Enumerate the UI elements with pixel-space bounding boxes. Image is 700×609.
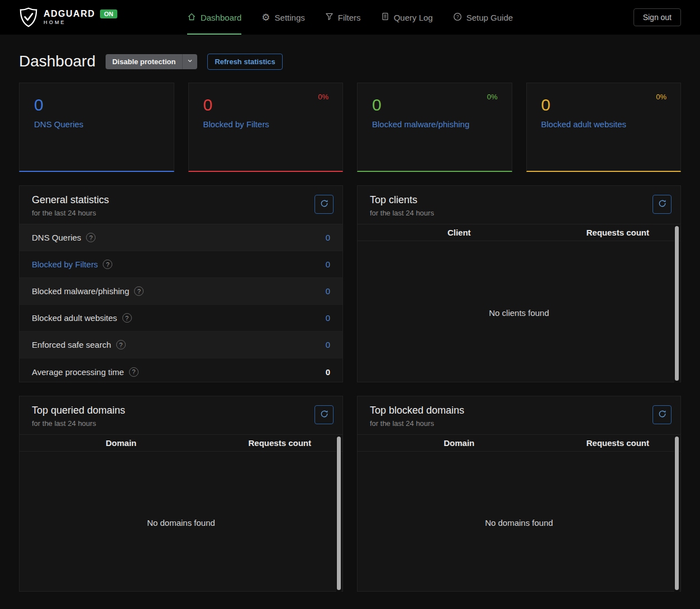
vertical-scrollbar <box>674 226 679 383</box>
table-header-row: Domain Requests count <box>20 435 342 452</box>
row-value-link[interactable]: 0 <box>326 313 330 323</box>
navbar: ADGUARD ON HOME Dashboard ⚙ Settings Fil… <box>0 0 700 35</box>
stat-card-blocked-adult: 0 Blocked adult websites 0% <box>526 83 682 172</box>
stat-cards-row: 0 DNS Queries 0 Blocked by Filters 0% 0 … <box>19 83 681 172</box>
disable-protection-button[interactable]: Disable protection <box>106 54 182 69</box>
stat-label-link[interactable]: DNS Queries <box>34 119 159 129</box>
empty-state-text: No clients found <box>489 308 549 318</box>
row-label: Enforced safe search <box>32 340 111 349</box>
refresh-icon <box>658 199 666 209</box>
empty-state-text: No domains found <box>485 518 553 528</box>
column-header-client[interactable]: Client <box>358 228 561 237</box>
empty-state: No domains found <box>358 452 680 593</box>
general-statistics-card: General statistics for the last 24 hours… <box>19 185 343 382</box>
scrollbar-thumb[interactable] <box>675 226 679 381</box>
main-nav: Dashboard ⚙ Settings Filters Query Log ?… <box>187 0 513 35</box>
top-clients-card: Top clients for the last 24 hours Client… <box>357 185 681 382</box>
stat-value: 0 <box>372 95 497 114</box>
main-content: Dashboard Disable protection Refresh sta… <box>0 35 700 592</box>
column-header-domain[interactable]: Domain <box>358 438 561 448</box>
column-header-domain[interactable]: Domain <box>20 438 223 448</box>
card-title: Top queried domains <box>32 405 332 416</box>
brand-name: ADGUARD <box>44 9 95 19</box>
empty-state-text: No domains found <box>147 518 215 528</box>
column-header-requests-count[interactable]: Requests count <box>561 438 675 448</box>
stat-row-blocked-by-filters: Blocked by Filters 0 <box>20 251 342 278</box>
row-value: 0 <box>326 367 330 377</box>
question-icon[interactable] <box>103 260 112 269</box>
chevron-down-icon <box>187 57 193 66</box>
help-circle-icon: ? <box>453 12 462 23</box>
refresh-card-button[interactable] <box>653 195 672 214</box>
row-value-link[interactable]: 0 <box>326 286 330 296</box>
row-label: Average processing time <box>32 367 124 377</box>
svg-text:?: ? <box>456 14 459 20</box>
card-title: Top clients <box>370 194 670 206</box>
stat-percent: 0% <box>318 93 328 101</box>
refresh-icon <box>320 410 328 420</box>
nav-item-setup-guide[interactable]: ? Setup Guide <box>453 0 513 35</box>
question-icon[interactable] <box>86 233 96 242</box>
cards-grid: General statistics for the last 24 hours… <box>19 185 681 592</box>
adguard-shield-icon <box>19 7 38 28</box>
row-label-link[interactable]: Blocked by Filters <box>32 260 98 269</box>
refresh-icon <box>658 410 666 420</box>
question-icon[interactable] <box>122 313 132 323</box>
question-icon[interactable] <box>116 340 126 349</box>
refresh-card-button[interactable] <box>315 195 334 214</box>
card-subtitle: for the last 24 hours <box>32 209 332 217</box>
sign-out-button[interactable]: Sign out <box>634 8 681 26</box>
empty-state: No domains found <box>20 452 342 593</box>
nav-item-query-log[interactable]: Query Log <box>381 0 433 35</box>
stat-row-blocked-adult: Blocked adult websites 0 <box>20 305 342 332</box>
nav-item-settings[interactable]: ⚙ Settings <box>261 0 304 35</box>
refresh-card-button[interactable] <box>653 405 672 424</box>
row-label: Blocked malware/phishing <box>32 286 129 296</box>
stat-label-link[interactable]: Blocked malware/phishing <box>372 119 497 129</box>
stat-value: 0 <box>541 95 666 114</box>
top-queried-domains-card: Top queried domains for the last 24 hour… <box>19 396 343 592</box>
refresh-card-button[interactable] <box>315 405 334 424</box>
row-value-link[interactable]: 0 <box>326 260 330 269</box>
disable-protection-dropdown-button[interactable] <box>182 54 197 69</box>
stat-row-dns-queries: DNS Queries 0 <box>20 224 342 251</box>
scrollbar-thumb[interactable] <box>675 437 679 590</box>
card-header: Top blocked domains for the last 24 hour… <box>358 396 680 434</box>
row-value-link[interactable]: 0 <box>326 233 330 242</box>
general-statistics-rows: DNS Queries 0 Blocked by Filters 0 Block… <box>20 224 342 385</box>
stat-card-blocked-malware: 0 Blocked malware/phishing 0% <box>357 83 512 172</box>
nav-item-label: Setup Guide <box>466 13 513 22</box>
blocked-domains-table: Domain Requests count No domains found <box>358 434 680 593</box>
stat-label-link[interactable]: Blocked adult websites <box>541 119 666 129</box>
card-subtitle: for the last 24 hours <box>32 419 332 428</box>
refresh-icon <box>320 199 328 209</box>
stat-card-blocked-by-filters: 0 Blocked by Filters 0% <box>188 83 344 172</box>
vertical-scrollbar <box>336 436 341 592</box>
column-header-requests-count[interactable]: Requests count <box>223 438 337 448</box>
scrollbar-thumb[interactable] <box>337 437 341 590</box>
nav-item-label: Filters <box>338 13 361 22</box>
nav-item-label: Query Log <box>394 13 433 22</box>
stat-card-dns-queries: 0 DNS Queries <box>19 83 174 172</box>
question-icon[interactable] <box>129 367 139 377</box>
card-header: General statistics for the last 24 hours <box>20 186 342 224</box>
stat-label-link[interactable]: Blocked by Filters <box>203 119 328 129</box>
column-header-requests-count[interactable]: Requests count <box>561 228 675 237</box>
brand-logo[interactable]: ADGUARD ON HOME <box>19 7 117 28</box>
table-header-row: Domain Requests count <box>358 435 680 452</box>
top-blocked-domains-card: Top blocked domains for the last 24 hour… <box>357 396 681 592</box>
question-icon[interactable] <box>134 286 144 296</box>
nav-item-filters[interactable]: Filters <box>325 0 361 35</box>
nav-item-dashboard[interactable]: Dashboard <box>187 0 241 35</box>
stat-value: 0 <box>203 95 328 114</box>
stat-percent: 0% <box>656 93 666 101</box>
home-icon <box>187 12 196 23</box>
stat-row-safe-search: Enforced safe search 0 <box>20 332 342 358</box>
row-label: Blocked adult websites <box>32 313 117 323</box>
protection-on-badge: ON <box>100 9 117 18</box>
refresh-statistics-button[interactable]: Refresh statistics <box>207 54 282 70</box>
page-header: Dashboard Disable protection Refresh sta… <box>19 50 681 73</box>
stat-percent: 0% <box>487 93 498 101</box>
funnel-icon <box>325 12 334 22</box>
row-value-link[interactable]: 0 <box>326 340 330 349</box>
